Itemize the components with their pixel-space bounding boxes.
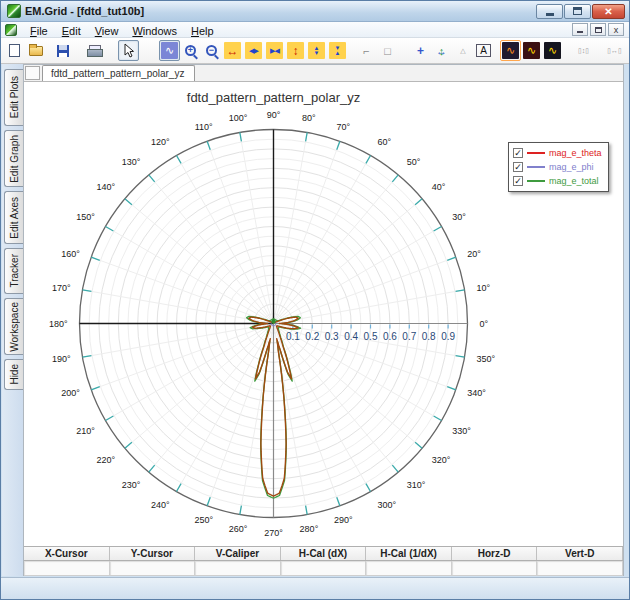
title-bar[interactable]: EM.Grid - [fdtd_tut10b] ✕ <box>1 1 629 22</box>
svg-text:0.5: 0.5 <box>364 331 378 342</box>
maximize-button[interactable] <box>564 4 591 19</box>
new-file-button[interactable] <box>4 40 25 61</box>
menu-view[interactable]: View <box>88 24 126 38</box>
app-window: EM.Grid - [fdtd_tut10b] ✕ FileEditViewWi… <box>0 0 630 600</box>
floppy-icon <box>57 45 69 57</box>
svg-text:0°: 0° <box>480 319 489 329</box>
compress-horizontal-button[interactable]: ▶◀ <box>264 40 285 61</box>
svg-text:200°: 200° <box>61 388 80 398</box>
svg-text:40°: 40° <box>432 182 446 192</box>
align-horizontal-icon: ▯↔▯ <box>607 47 622 55</box>
axes-icon: ↔↕ <box>434 43 449 58</box>
svg-text:180°: 180° <box>49 319 68 329</box>
close-button[interactable]: ✕ <box>592 4 625 19</box>
zoom-out-icon: − <box>206 45 217 56</box>
svg-text:240°: 240° <box>151 500 170 510</box>
window-title: EM.Grid - [fdtd_tut10b] <box>25 5 536 17</box>
cross-marker-icon: + <box>417 44 424 58</box>
readout-value-cell <box>195 561 281 576</box>
minimize-button[interactable] <box>536 4 563 19</box>
align-horizontal-button[interactable]: ▯↔▯ <box>604 40 625 61</box>
fit-horizontal-button[interactable]: ↔ <box>222 40 243 61</box>
svg-text:230°: 230° <box>122 480 141 490</box>
open-file-button[interactable] <box>25 40 46 61</box>
mdi-restore-icon <box>595 27 602 33</box>
axes-marker-button[interactable]: ↔↕ <box>431 40 452 61</box>
svg-text:290°: 290° <box>334 515 353 525</box>
legend-label: mag_e_total <box>549 176 599 186</box>
zoom-in-button[interactable]: + <box>180 40 201 61</box>
pan-zoom-icon: ∿ <box>161 42 178 59</box>
compress-vertical-button[interactable]: ▼ ▲ <box>327 40 348 61</box>
fit-vertical-button[interactable]: ↕ <box>285 40 306 61</box>
expand-vertical-icon: ▲ ▼ <box>308 42 325 59</box>
text-tool-button[interactable]: A <box>473 40 494 61</box>
readout-value-cell <box>537 561 623 576</box>
chart-title: fdtd_pattern_pattern_polar_yz <box>24 90 523 105</box>
menu-edit[interactable]: Edit <box>55 24 88 38</box>
tab-corner-box[interactable] <box>25 66 40 80</box>
svg-text:340°: 340° <box>467 388 486 398</box>
svg-text:80°: 80° <box>302 113 316 123</box>
mdi-close-button[interactable]: x <box>608 23 624 36</box>
sidebar-tab-label: Workspace <box>9 302 20 352</box>
plot-style-red-icon: ∿ <box>523 42 540 59</box>
mdi-minimize-button[interactable] <box>572 23 588 36</box>
svg-text:270°: 270° <box>264 528 283 538</box>
legend-checkbox-mag_e_phi[interactable]: ✓ <box>513 162 523 172</box>
align-vertical-button[interactable]: ▯↕▯ <box>573 40 594 61</box>
corner-marker-button[interactable]: ⌐ <box>356 40 377 61</box>
svg-text:300°: 300° <box>378 500 397 510</box>
save-file-button[interactable] <box>52 40 73 61</box>
sidebar-tab-edit-axes[interactable]: Edit Axes <box>4 191 23 244</box>
readout-header-horz-d: Horz-D <box>452 547 538 560</box>
svg-text:140°: 140° <box>97 182 116 192</box>
document-tab-active[interactable]: fdtd_pattern_pattern_polar_yz <box>42 65 195 81</box>
zoom-in-icon: + <box>185 45 196 56</box>
fit-horizontal-icon: ↔ <box>224 42 241 59</box>
print-button[interactable] <box>83 40 104 61</box>
expand-horizontal-button[interactable]: ◀▶ <box>243 40 264 61</box>
readout-header-x-cursor: X-Cursor <box>24 547 110 560</box>
sidebar-tab-label: Edit Plots <box>9 76 20 118</box>
pointer-tool-button[interactable] <box>118 40 139 61</box>
svg-text:30°: 30° <box>452 212 466 222</box>
plot-style-dark-button[interactable]: ∿ <box>542 40 563 61</box>
sidebar-tab-tracker[interactable]: Tracker <box>4 248 23 294</box>
pan-zoom-button[interactable]: ∿ <box>159 40 180 61</box>
readout-value-cell <box>281 561 367 576</box>
document-logo-icon <box>5 24 17 36</box>
mdi-minimize-icon <box>577 31 583 33</box>
fit-vertical-icon: ↕ <box>287 42 304 59</box>
menu-help[interactable]: Help <box>184 24 221 38</box>
svg-text:280°: 280° <box>300 524 319 534</box>
sidebar-tab-label: Hide <box>9 364 20 385</box>
svg-text:120°: 120° <box>151 137 170 147</box>
sidebar-tab-edit-graph[interactable]: Edit Graph <box>4 130 23 187</box>
plot-area[interactable]: fdtd_pattern_pattern_polar_yz 0.10.20.30… <box>24 82 623 546</box>
readout-header-vert-d: Vert-D <box>537 547 623 560</box>
menu-windows[interactable]: Windows <box>125 24 184 38</box>
svg-text:60°: 60° <box>378 137 392 147</box>
plot-style-orange-button[interactable]: ∿ <box>500 40 521 61</box>
cross-marker-button[interactable]: + <box>410 40 431 61</box>
legend-checkbox-mag_e_theta[interactable]: ✓ <box>513 148 523 158</box>
svg-text:100°: 100° <box>229 113 248 123</box>
plot-style-red-button[interactable]: ∿ <box>521 40 542 61</box>
legend-label: mag_e_theta <box>549 148 602 158</box>
zoom-out-button[interactable]: − <box>201 40 222 61</box>
sidebar-tab-workspace[interactable]: Workspace <box>4 298 23 355</box>
sidebar-tab-edit-plots[interactable]: Edit Plots <box>4 69 23 126</box>
mdi-restore-button[interactable] <box>590 23 606 36</box>
menu-file[interactable]: File <box>23 24 55 38</box>
legend-checkbox-mag_e_total[interactable]: ✓ <box>513 176 523 186</box>
sidebar-tab-hide[interactable]: Hide <box>4 359 23 390</box>
close-icon: ✕ <box>604 6 612 17</box>
maximize-icon <box>573 7 582 15</box>
svg-text:0.4: 0.4 <box>344 331 358 342</box>
expand-vertical-button[interactable]: ▲ ▼ <box>306 40 327 61</box>
box-marker-button[interactable]: □ <box>377 40 398 61</box>
triangle-marker-button[interactable]: △ <box>452 40 473 61</box>
svg-text:0.7: 0.7 <box>402 331 416 342</box>
readout-header-h-cal-dx-: H-Cal (dX) <box>281 547 367 560</box>
